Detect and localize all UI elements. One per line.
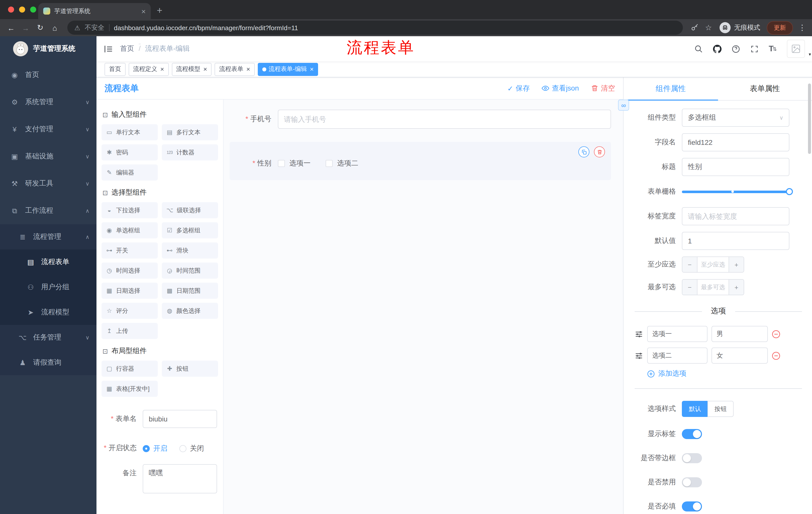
drag-handle-icon[interactable]	[635, 351, 643, 360]
browser-tab[interactable]: 芋道管理系统 ×	[38, 3, 151, 19]
close-icon[interactable]: ×	[310, 65, 314, 73]
style-button-button[interactable]: 按钮	[707, 401, 734, 417]
component-rate[interactable]: ☆评分	[102, 303, 158, 319]
minus-icon[interactable]: −	[683, 257, 697, 272]
component-select[interactable]: ◒下拉选择	[102, 202, 158, 218]
component-table[interactable]: ▦表格[开发中]	[102, 381, 158, 397]
scrollbar-thumb[interactable]	[808, 83, 811, 154]
sidebar-item-workflow[interactable]: ⧉工作流程∧	[0, 197, 96, 224]
add-option-button[interactable]: 添加选项	[647, 369, 802, 378]
star-icon[interactable]: ☆	[704, 23, 713, 32]
component-button[interactable]: ✚按钮	[162, 360, 218, 377]
title-input[interactable]	[682, 158, 789, 176]
sidebar-item-tasks[interactable]: ⌥任务管理∨	[0, 325, 96, 350]
component-type-select[interactable]: 多选框组∨	[682, 109, 789, 127]
sidebar-item-send[interactable]: ➤流程模型	[0, 300, 96, 325]
fullscreen-icon[interactable]	[750, 44, 759, 53]
component-date[interactable]: ▦日期选择	[102, 283, 158, 299]
component-single-line[interactable]: ▭单行文本	[102, 124, 158, 140]
tag-view[interactable]: 流程表单-编辑×	[258, 63, 318, 76]
tag-view[interactable]: 流程表单×	[214, 63, 255, 76]
sidebar-item-monitor[interactable]: ▣基础设施∨	[0, 143, 96, 170]
security-label[interactable]: 不安全	[85, 23, 104, 32]
back-icon[interactable]: ←	[6, 23, 16, 32]
sidebar-item-tools[interactable]: ⚒研发工具∨	[0, 170, 96, 197]
remove-option-icon[interactable]	[772, 330, 780, 338]
update-button[interactable]: 更新	[767, 21, 793, 34]
drag-handle-icon[interactable]	[635, 330, 643, 338]
address-bar[interactable]: ⚠ 不安全 dashboard.yudao.iocoder.cn/bpm/man…	[67, 21, 683, 35]
tag-view[interactable]: 首页	[105, 63, 126, 76]
home-icon[interactable]: ⌂	[50, 23, 60, 32]
close-icon[interactable]: ×	[246, 65, 250, 73]
component-password[interactable]: ✱密码	[102, 144, 158, 160]
component-color[interactable]: ◍颜色选择	[162, 303, 218, 319]
plus-icon[interactable]: +	[729, 257, 744, 272]
hamburger-icon[interactable]	[96, 45, 120, 53]
zoom-window-button[interactable]	[30, 6, 36, 12]
forward-icon[interactable]: →	[21, 23, 31, 32]
key-icon[interactable]	[690, 23, 699, 32]
url-text[interactable]: dashboard.yudao.iocoder.cn/bpm/manager/f…	[114, 24, 298, 31]
component-switch[interactable]: ⊶开关	[102, 242, 158, 259]
field-name-input[interactable]	[682, 133, 789, 152]
remove-option-icon[interactable]	[772, 351, 780, 360]
phone-input[interactable]	[278, 110, 611, 129]
plus-icon[interactable]: +	[729, 280, 744, 295]
toggle-switch[interactable]	[682, 502, 702, 512]
tag-view[interactable]: 流程模型×	[172, 63, 211, 76]
github-icon[interactable]	[713, 44, 722, 53]
browser-menu-icon[interactable]: ⋮	[799, 23, 806, 32]
option-label-input[interactable]	[647, 326, 707, 342]
status-off-radio[interactable]: 关闭	[179, 444, 204, 453]
option-value-input[interactable]	[712, 348, 768, 363]
tag-view[interactable]: 流程定义×	[128, 63, 169, 76]
component-counter[interactable]: 123计数器	[162, 144, 218, 160]
close-icon[interactable]: ×	[160, 65, 164, 73]
toggle-switch[interactable]	[682, 453, 702, 463]
close-window-button[interactable]	[8, 6, 14, 12]
form-canvas[interactable]: 手机号	[224, 100, 623, 514]
max-select-value[interactable]: 最多可选	[697, 280, 729, 295]
copy-component-button[interactable]	[578, 146, 589, 157]
gender-option-2[interactable]: 选项二	[326, 159, 358, 168]
breadcrumb-home[interactable]: 首页	[120, 44, 134, 53]
font-size-icon[interactable]: T⇅	[768, 44, 777, 53]
component-upload[interactable]: ↥上传	[102, 323, 158, 339]
label-width-input[interactable]	[682, 207, 789, 225]
component-checkbox[interactable]: ☑多选框组	[162, 222, 218, 238]
component-date-range[interactable]: ▩日期范围	[162, 283, 218, 299]
tab-component-props[interactable]: 组件属性	[624, 77, 718, 100]
sidebar-item-form[interactable]: ▤流程表单	[0, 249, 96, 275]
component-radio[interactable]: ◉单选框组	[102, 222, 158, 238]
toggle-switch[interactable]	[682, 429, 702, 439]
link-icon[interactable]: ∞	[618, 100, 629, 111]
clear-button[interactable]: 清空	[591, 84, 615, 93]
component-time-range[interactable]: ◶时间范围	[162, 263, 218, 279]
gender-option-1[interactable]: 选项一	[278, 159, 311, 168]
close-tab-icon[interactable]: ×	[141, 7, 146, 15]
component-row[interactable]: ▢行容器	[102, 360, 158, 377]
new-tab-button[interactable]: +	[157, 5, 162, 16]
slider-handle[interactable]	[786, 188, 793, 195]
sidebar-item-gear[interactable]: ⚙系统管理∨	[0, 88, 96, 116]
component-cascader[interactable]: ⌥级联选择	[162, 202, 218, 218]
help-icon[interactable]	[731, 44, 740, 53]
save-button[interactable]: ✓ 保存	[507, 84, 530, 93]
default-value-input[interactable]	[682, 232, 789, 250]
grid-slider[interactable]	[682, 183, 789, 201]
sidebar-item-person[interactable]: ♟请假查询	[0, 350, 96, 375]
delete-component-button[interactable]	[594, 146, 605, 157]
form-name-input[interactable]	[143, 410, 217, 428]
component-editor[interactable]: ✎编辑器	[102, 164, 158, 181]
selected-component[interactable]: 性别 选项一 选项二	[230, 142, 611, 180]
component-slider[interactable]: ⊷滑块	[162, 242, 218, 259]
form-remark-textarea[interactable]: 嘿嘿	[143, 464, 217, 493]
minimize-window-button[interactable]	[19, 6, 25, 12]
sidebar-item-process[interactable]: ≣流程管理∧	[0, 224, 96, 249]
sidebar-item-dashboard[interactable]: ◉首页	[0, 61, 96, 88]
toggle-switch[interactable]	[682, 477, 702, 487]
checkbox-icon[interactable]	[326, 160, 332, 167]
component-multi-line[interactable]: ▤多行文本	[162, 124, 218, 140]
app-logo-row[interactable]: 芋道管理系统	[0, 36, 96, 61]
